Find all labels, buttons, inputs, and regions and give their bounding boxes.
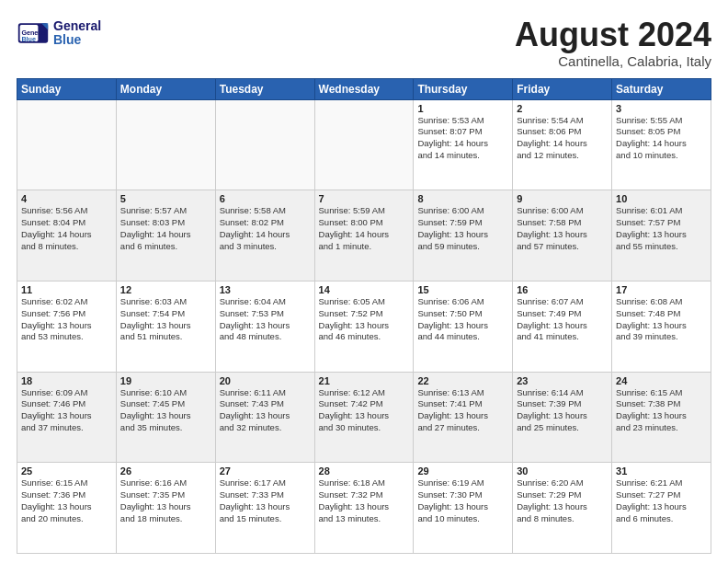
calendar-week-row: 4Sunrise: 5:56 AM Sunset: 8:04 PM Daylig… bbox=[17, 190, 711, 282]
day-info: Sunrise: 6:07 AM Sunset: 7:49 PM Dayligh… bbox=[517, 296, 608, 343]
title-block: August 2024 Cantinella, Calabria, Italy bbox=[515, 17, 711, 69]
day-number: 10 bbox=[616, 193, 707, 204]
logo-blue: Blue bbox=[53, 33, 101, 47]
day-number: 1 bbox=[417, 103, 508, 114]
day-number: 2 bbox=[517, 103, 608, 114]
weekday-header-thursday: Thursday bbox=[414, 78, 513, 99]
month-title: August 2024 bbox=[515, 17, 711, 53]
day-number: 22 bbox=[417, 375, 508, 386]
calendar-week-row: 25Sunrise: 6:15 AM Sunset: 7:36 PM Dayli… bbox=[17, 463, 711, 554]
day-info: Sunrise: 6:15 AM Sunset: 7:36 PM Dayligh… bbox=[21, 477, 112, 524]
day-info: Sunrise: 5:57 AM Sunset: 8:03 PM Dayligh… bbox=[120, 205, 211, 252]
calendar-week-row: 1Sunrise: 5:53 AM Sunset: 8:07 PM Daylig… bbox=[17, 99, 711, 190]
calendar-day: 10Sunrise: 6:01 AM Sunset: 7:57 PM Dayli… bbox=[612, 190, 711, 282]
day-number: 25 bbox=[21, 465, 112, 477]
day-info: Sunrise: 6:04 AM Sunset: 7:53 PM Dayligh… bbox=[220, 296, 311, 343]
day-info: Sunrise: 6:14 AM Sunset: 7:39 PM Dayligh… bbox=[517, 387, 608, 434]
day-number: 6 bbox=[220, 193, 311, 204]
calendar-day: 5Sunrise: 5:57 AM Sunset: 8:03 PM Daylig… bbox=[116, 190, 215, 282]
calendar-day bbox=[314, 99, 414, 190]
day-number: 26 bbox=[120, 465, 211, 477]
day-number: 7 bbox=[319, 193, 410, 204]
calendar-day: 13Sunrise: 6:04 AM Sunset: 7:53 PM Dayli… bbox=[215, 281, 314, 372]
day-info: Sunrise: 5:59 AM Sunset: 8:00 PM Dayligh… bbox=[319, 205, 410, 252]
day-number: 4 bbox=[21, 193, 112, 204]
day-number: 31 bbox=[616, 465, 707, 477]
calendar-day: 28Sunrise: 6:18 AM Sunset: 7:32 PM Dayli… bbox=[314, 463, 414, 554]
day-number: 5 bbox=[120, 193, 211, 204]
logo-text: General Blue bbox=[53, 19, 101, 48]
calendar-day: 3Sunrise: 5:55 AM Sunset: 8:05 PM Daylig… bbox=[612, 99, 711, 190]
calendar-day: 17Sunrise: 6:08 AM Sunset: 7:48 PM Dayli… bbox=[612, 281, 711, 372]
calendar-day: 27Sunrise: 6:17 AM Sunset: 7:33 PM Dayli… bbox=[215, 463, 314, 554]
calendar-day: 1Sunrise: 5:53 AM Sunset: 8:07 PM Daylig… bbox=[414, 99, 513, 190]
day-number: 17 bbox=[616, 284, 707, 295]
day-info: Sunrise: 6:02 AM Sunset: 7:56 PM Dayligh… bbox=[21, 296, 112, 343]
weekday-header-wednesday: Wednesday bbox=[314, 78, 414, 99]
calendar-day: 14Sunrise: 6:05 AM Sunset: 7:52 PM Dayli… bbox=[314, 281, 414, 372]
day-info: Sunrise: 6:05 AM Sunset: 7:52 PM Dayligh… bbox=[319, 296, 410, 343]
logo-general: General bbox=[53, 19, 101, 33]
day-number: 19 bbox=[120, 375, 211, 386]
day-info: Sunrise: 6:00 AM Sunset: 7:59 PM Dayligh… bbox=[417, 205, 508, 252]
calendar-day: 9Sunrise: 6:00 AM Sunset: 7:58 PM Daylig… bbox=[513, 190, 612, 282]
day-number: 9 bbox=[517, 193, 608, 204]
day-info: Sunrise: 6:18 AM Sunset: 7:32 PM Dayligh… bbox=[319, 477, 410, 524]
day-number: 24 bbox=[616, 375, 707, 386]
calendar-day: 19Sunrise: 6:10 AM Sunset: 7:45 PM Dayli… bbox=[116, 372, 215, 463]
weekday-header-saturday: Saturday bbox=[612, 78, 711, 99]
day-info: Sunrise: 5:54 AM Sunset: 8:06 PM Dayligh… bbox=[517, 115, 608, 162]
day-info: Sunrise: 5:58 AM Sunset: 8:02 PM Dayligh… bbox=[220, 205, 311, 252]
calendar-day bbox=[215, 99, 314, 190]
day-info: Sunrise: 6:20 AM Sunset: 7:29 PM Dayligh… bbox=[517, 477, 608, 524]
day-info: Sunrise: 5:56 AM Sunset: 8:04 PM Dayligh… bbox=[21, 205, 112, 252]
day-info: Sunrise: 5:55 AM Sunset: 8:05 PM Dayligh… bbox=[616, 115, 707, 162]
svg-text:Blue: Blue bbox=[21, 35, 36, 43]
calendar-day: 6Sunrise: 5:58 AM Sunset: 8:02 PM Daylig… bbox=[215, 190, 314, 282]
logo-icon: General Blue bbox=[17, 17, 50, 50]
calendar-day: 18Sunrise: 6:09 AM Sunset: 7:46 PM Dayli… bbox=[17, 372, 117, 463]
calendar-day: 24Sunrise: 6:15 AM Sunset: 7:38 PM Dayli… bbox=[612, 372, 711, 463]
weekday-header-monday: Monday bbox=[116, 78, 215, 99]
calendar-day: 26Sunrise: 6:16 AM Sunset: 7:35 PM Dayli… bbox=[116, 463, 215, 554]
calendar-table: SundayMondayTuesdayWednesdayThursdayFrid… bbox=[17, 78, 711, 554]
location-title: Cantinella, Calabria, Italy bbox=[515, 53, 711, 69]
page: General Blue General Blue August 2024 Ca… bbox=[0, 0, 728, 563]
calendar-day: 21Sunrise: 6:12 AM Sunset: 7:42 PM Dayli… bbox=[314, 372, 414, 463]
calendar-day: 29Sunrise: 6:19 AM Sunset: 7:30 PM Dayli… bbox=[414, 463, 513, 554]
calendar-day: 31Sunrise: 6:21 AM Sunset: 7:27 PM Dayli… bbox=[612, 463, 711, 554]
day-info: Sunrise: 6:01 AM Sunset: 7:57 PM Dayligh… bbox=[616, 205, 707, 252]
calendar-week-row: 11Sunrise: 6:02 AM Sunset: 7:56 PM Dayli… bbox=[17, 281, 711, 372]
day-number: 20 bbox=[220, 375, 311, 386]
day-info: Sunrise: 6:03 AM Sunset: 7:54 PM Dayligh… bbox=[120, 296, 211, 343]
calendar-day bbox=[17, 99, 117, 190]
calendar-day bbox=[116, 99, 215, 190]
day-info: Sunrise: 6:13 AM Sunset: 7:41 PM Dayligh… bbox=[417, 387, 508, 434]
calendar-day: 2Sunrise: 5:54 AM Sunset: 8:06 PM Daylig… bbox=[513, 99, 612, 190]
day-number: 8 bbox=[417, 193, 508, 204]
day-info: Sunrise: 6:11 AM Sunset: 7:43 PM Dayligh… bbox=[220, 387, 311, 434]
day-number: 14 bbox=[319, 284, 410, 295]
day-info: Sunrise: 6:15 AM Sunset: 7:38 PM Dayligh… bbox=[616, 387, 707, 434]
day-info: Sunrise: 5:53 AM Sunset: 8:07 PM Dayligh… bbox=[417, 115, 508, 162]
day-info: Sunrise: 6:16 AM Sunset: 7:35 PM Dayligh… bbox=[120, 477, 211, 524]
day-info: Sunrise: 6:08 AM Sunset: 7:48 PM Dayligh… bbox=[616, 296, 707, 343]
weekday-header-row: SundayMondayTuesdayWednesdayThursdayFrid… bbox=[17, 78, 711, 99]
day-info: Sunrise: 6:12 AM Sunset: 7:42 PM Dayligh… bbox=[319, 387, 410, 434]
weekday-header-tuesday: Tuesday bbox=[215, 78, 314, 99]
day-info: Sunrise: 6:00 AM Sunset: 7:58 PM Dayligh… bbox=[517, 205, 608, 252]
day-info: Sunrise: 6:17 AM Sunset: 7:33 PM Dayligh… bbox=[220, 477, 311, 524]
calendar-day: 12Sunrise: 6:03 AM Sunset: 7:54 PM Dayli… bbox=[116, 281, 215, 372]
day-info: Sunrise: 6:19 AM Sunset: 7:30 PM Dayligh… bbox=[417, 477, 508, 524]
day-number: 11 bbox=[21, 284, 112, 295]
calendar-day: 11Sunrise: 6:02 AM Sunset: 7:56 PM Dayli… bbox=[17, 281, 117, 372]
logo: General Blue General Blue bbox=[17, 17, 101, 50]
weekday-header-friday: Friday bbox=[513, 78, 612, 99]
calendar-day: 20Sunrise: 6:11 AM Sunset: 7:43 PM Dayli… bbox=[215, 372, 314, 463]
calendar-day: 30Sunrise: 6:20 AM Sunset: 7:29 PM Dayli… bbox=[513, 463, 612, 554]
calendar-day: 4Sunrise: 5:56 AM Sunset: 8:04 PM Daylig… bbox=[17, 190, 117, 282]
calendar-day: 25Sunrise: 6:15 AM Sunset: 7:36 PM Dayli… bbox=[17, 463, 117, 554]
calendar-day: 7Sunrise: 5:59 AM Sunset: 8:00 PM Daylig… bbox=[314, 190, 414, 282]
day-number: 21 bbox=[319, 375, 410, 386]
day-number: 27 bbox=[220, 465, 311, 477]
